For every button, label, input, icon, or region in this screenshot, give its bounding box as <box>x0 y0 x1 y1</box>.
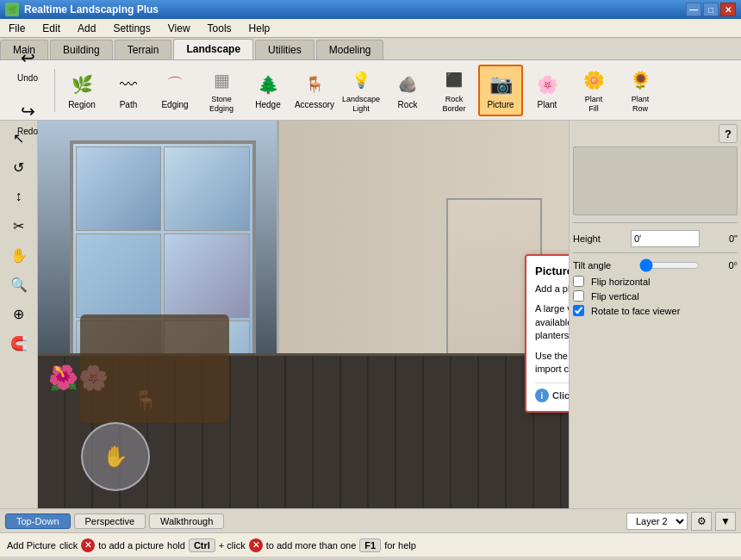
plant-button[interactable]: Plant <box>525 65 570 116</box>
tab-terrain[interactable]: Terrain <box>115 40 172 59</box>
magnet-tool[interactable]: 🧲 <box>3 329 34 357</box>
rotate-face-row: Rotate to face viewer <box>573 305 738 316</box>
view-controls: Top-Down Perspective Walkthrough Layer 2… <box>0 508 741 532</box>
height-row: Height 0" <box>573 230 738 247</box>
titlebar: 🌿 Realtime Landscaping Plus — □ ✕ <box>0 0 741 19</box>
rotate-tool[interactable]: ↺ <box>3 153 34 181</box>
status-click-text: click <box>59 540 78 551</box>
divider <box>573 222 738 223</box>
tilt-slider[interactable] <box>639 258 700 272</box>
hedge-button[interactable]: Hedge <box>246 65 290 116</box>
tooltip-title: Picture <box>535 264 569 277</box>
menu-help[interactable]: Help <box>240 21 279 36</box>
menu-file[interactable]: File <box>0 21 34 36</box>
height-input[interactable] <box>631 230 700 247</box>
tooltip-help-link[interactable]: i Click for more help. <box>535 383 569 402</box>
menu-edit[interactable]: Edit <box>34 21 69 36</box>
tilt-row: Tilt angle 0° <box>573 258 738 272</box>
cut-tool[interactable]: ✂ <box>3 212 34 240</box>
accessory-button[interactable]: Accessory <box>292 65 337 116</box>
navigation-control[interactable] <box>81 422 150 491</box>
perspective-view-button[interactable]: Perspective <box>74 513 146 529</box>
plantrow-icon <box>626 67 654 93</box>
menu-settings[interactable]: Settings <box>104 21 159 36</box>
stone-icon <box>208 67 235 93</box>
status-add-picture: Add Picture <box>7 540 56 551</box>
window-pane <box>76 233 161 318</box>
status-plus-click: + click <box>219 540 246 551</box>
topdown-view-button[interactable]: Top-Down <box>5 513 71 529</box>
landscape-toolbar: Undo Redo Region Path Edging StoneEdging… <box>0 60 741 121</box>
tab-utilities[interactable]: Utilities <box>255 40 314 59</box>
tab-landscape[interactable]: Landscape <box>173 39 253 59</box>
region-button[interactable]: Region <box>59 65 104 116</box>
info-icon: i <box>535 389 549 402</box>
picture-icon <box>487 71 514 98</box>
rock-button[interactable]: Rock <box>385 65 430 116</box>
window-pane <box>164 233 249 318</box>
tooltip-line3: Use the Picture Import Wizard to import … <box>535 350 569 376</box>
flip-vertical-checkbox[interactable] <box>573 290 584 302</box>
tooltip-help-text: Click for more help. <box>552 390 569 401</box>
app-title: Realtime Landscaping Plus <box>24 3 159 16</box>
close-button[interactable]: ✕ <box>720 3 736 16</box>
layer-select[interactable]: Layer 2 <box>626 513 688 530</box>
edging-button[interactable]: Edging <box>153 65 197 116</box>
stone-edging-button[interactable]: StoneEdging <box>199 65 244 116</box>
status-more-than-one: to add more than one <box>266 540 357 551</box>
tab-modeling[interactable]: Modeling <box>316 40 384 59</box>
rockborder-icon <box>440 67 468 93</box>
cursor-icon: ✕ <box>81 538 95 552</box>
tab-building[interactable]: Building <box>50 40 113 59</box>
status-to-add: to add a picture <box>98 540 164 551</box>
divider2 <box>573 252 738 253</box>
left-toolbar: ↖ ↺ ↕ ✂ ✋ 🔍 ⊕ 🧲 <box>0 121 38 508</box>
accessory-icon <box>301 71 328 98</box>
flip-vertical-row: Flip vertical <box>573 290 738 302</box>
tooltip-line2: A large variety of pictures are availabl… <box>535 302 569 342</box>
window-controls[interactable]: — □ ✕ <box>686 3 736 16</box>
path-button[interactable]: Path <box>106 65 151 116</box>
plant-row-button[interactable]: PlantRow <box>618 65 663 116</box>
rock-border-button[interactable]: RockBorder <box>432 65 476 116</box>
maximize-button[interactable]: □ <box>703 3 719 16</box>
window-pane <box>76 146 161 231</box>
picture-tooltip: Picture Add a photo or other picture. A … <box>525 254 569 413</box>
move-tool[interactable]: ↕ <box>3 183 34 210</box>
minimize-button[interactable]: — <box>686 3 701 16</box>
plant-icon <box>533 71 561 98</box>
app-icon: 🌿 <box>5 3 19 16</box>
landscape-light-button[interactable]: LandscapeLight <box>339 65 383 116</box>
patio-table <box>80 314 228 423</box>
cursor-icon2: ✕ <box>249 538 263 552</box>
flip-horizontal-row: Flip horizontal <box>573 276 738 287</box>
menu-add[interactable]: Add <box>69 21 104 36</box>
statusbar: Add Picture click ✕ to add a picture hol… <box>0 532 741 557</box>
flip-horizontal-checkbox[interactable] <box>573 276 584 287</box>
hand-tool[interactable]: ✋ <box>3 241 34 269</box>
preview-area <box>573 146 738 215</box>
plantfill-icon <box>580 67 607 93</box>
undo-button[interactable]: Undo <box>5 38 50 90</box>
edging-icon <box>161 71 189 98</box>
help-button[interactable]: ? <box>719 124 738 143</box>
path-icon <box>115 71 142 98</box>
menu-view[interactable]: View <box>159 21 199 36</box>
viewport[interactable]: 🌺🌸 🪑 Picture Add a photo or other pictur… <box>38 121 569 508</box>
f1-key: F1 <box>359 538 381 552</box>
tooltip-line1: Add a photo or other picture. <box>535 283 569 296</box>
layer-expand-button[interactable]: ▼ <box>715 512 736 531</box>
plant-fill-button[interactable]: PlantFill <box>571 65 616 116</box>
zoom-tool[interactable]: 🔍 <box>3 271 34 298</box>
main-area: ↖ ↺ ↕ ✂ ✋ 🔍 ⊕ 🧲 🌺🌸 🪑 <box>0 121 741 508</box>
layer-settings-button[interactable]: ⚙ <box>691 512 712 531</box>
picture-button[interactable]: Picture <box>478 65 523 116</box>
rotate-face-checkbox[interactable] <box>573 305 584 316</box>
add-tool[interactable]: ⊕ <box>3 300 34 327</box>
rock-icon <box>394 71 421 98</box>
region-icon <box>68 71 96 98</box>
walkthrough-view-button[interactable]: Walkthrough <box>149 513 224 529</box>
status-for-help: for help <box>384 540 416 551</box>
menu-tools[interactable]: Tools <box>199 21 240 36</box>
light-icon <box>347 67 375 93</box>
